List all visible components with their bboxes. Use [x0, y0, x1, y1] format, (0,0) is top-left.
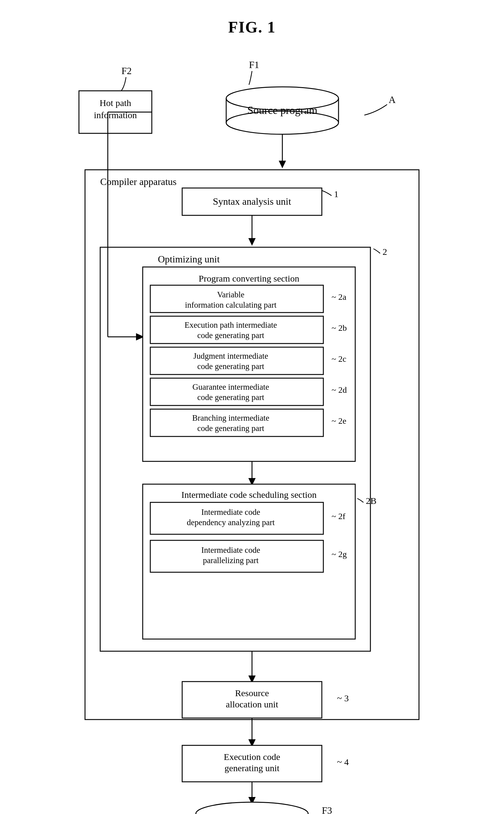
ref-2-annotation: 2 — [383, 247, 387, 257]
execution-program-top — [196, 802, 308, 814]
execution-code-line1: Execution code — [224, 752, 280, 762]
part-2e-line1: Branching intermediate — [192, 414, 269, 423]
part-2d-line2: code generating part — [197, 393, 264, 402]
ref-2b-annotation: 2B — [366, 496, 376, 506]
compiler-apparatus-label: Compiler apparatus — [100, 176, 176, 187]
scheduling-label: Intermediate code scheduling section — [181, 490, 317, 500]
fig-title: FIG. 1 — [228, 18, 276, 36]
ref-2a-part: ~ 2a — [332, 292, 346, 301]
execution-code-line2: generating unit — [225, 763, 280, 773]
ref-2b-part: ~ 2b — [332, 323, 347, 332]
part-2a-line1: Variable — [217, 290, 244, 299]
part-2g-line1: Intermediate code — [201, 546, 260, 555]
part-2d-line1: Guarantee intermediate — [192, 382, 269, 391]
part-2a-line2: information calculating part — [185, 300, 277, 309]
ref-4-annotation: ~ 4 — [337, 757, 349, 767]
ref-2f-part: ~ 2f — [332, 512, 346, 521]
source-program-label: Source program — [247, 104, 318, 116]
page: FIG. 1 F2 Hot path information F1 Source… — [0, 0, 504, 814]
f1-annotation: F1 — [249, 59, 259, 70]
syntax-analysis-label: Syntax analysis unit — [213, 196, 291, 207]
part-2f-line2: dependency analyzing part — [187, 518, 275, 527]
f3-annotation: F3 — [322, 805, 332, 814]
ref-2g-part: ~ 2g — [332, 550, 347, 559]
part-2e-line2: code generating part — [197, 424, 264, 433]
a-annotation: A — [389, 94, 396, 105]
arrow-source-to-syntax — [279, 161, 286, 168]
program-converting-label: Program converting section — [199, 273, 299, 283]
ref-1-annotation: 1 — [334, 189, 339, 199]
part-2g-line2: parallelizing part — [203, 556, 259, 565]
diagram-svg: F2 Hot path information F1 Source progra… — [70, 54, 434, 814]
part-2c-line2: code generating part — [197, 362, 264, 371]
hot-path-label-line1: Hot path — [100, 98, 131, 108]
part-2b-line1: Execution path intermediate — [185, 320, 277, 329]
resource-allocation-line1: Resource — [235, 688, 269, 698]
f2-annotation: F2 — [121, 65, 132, 76]
ref-2e-part: ~ 2e — [332, 416, 346, 426]
hot-path-label-line2: information — [94, 110, 137, 120]
ref-3-annotation: ~ 3 — [337, 693, 349, 703]
ref-2d-part: ~ 2d — [332, 385, 347, 394]
part-2f-line1: Intermediate code — [201, 508, 260, 517]
part-2c-line1: Judgment intermediate — [193, 351, 268, 360]
part-2b-line2: code generating part — [197, 331, 264, 340]
optimizing-label: Optimizing unit — [158, 254, 220, 264]
resource-allocation-line2: allocation unit — [226, 699, 278, 709]
ref-2c-part: ~ 2c — [332, 354, 346, 363]
